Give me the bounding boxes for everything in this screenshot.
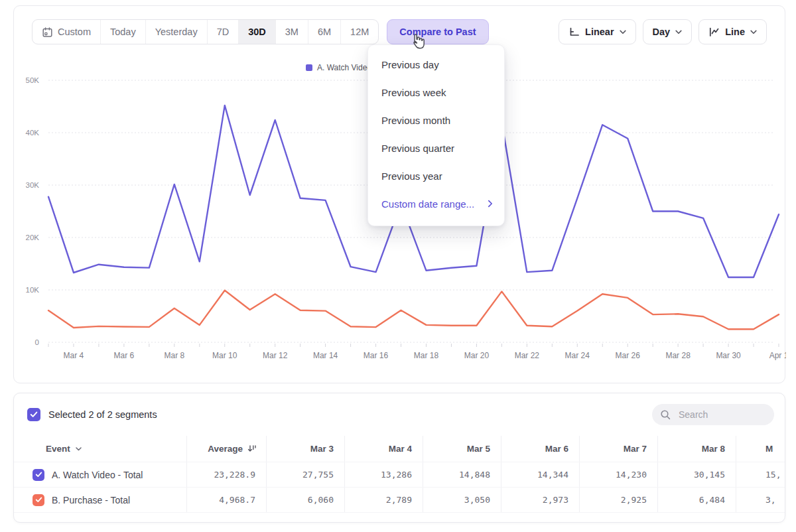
scale-dropdown-button[interactable]: Linear bbox=[559, 19, 636, 44]
svg-text:0: 0 bbox=[35, 338, 39, 346]
select-all-checkbox[interactable] bbox=[27, 408, 40, 421]
line-chart-icon bbox=[708, 27, 720, 37]
range-button-label: 12M bbox=[350, 27, 369, 37]
svg-text:Mar 22: Mar 22 bbox=[515, 351, 540, 360]
menu-item-custom-date-range[interactable]: Custom date range... bbox=[368, 190, 504, 218]
chevron-down-icon bbox=[620, 30, 626, 34]
menu-item-label: Custom date range... bbox=[381, 198, 474, 210]
menu-item-previous-month[interactable]: Previous month bbox=[368, 107, 504, 135]
range-button-3m[interactable]: 3M bbox=[276, 20, 308, 44]
column-header-label: Event bbox=[46, 444, 70, 454]
range-button-label: 3M bbox=[285, 27, 298, 37]
compare-dropdown-menu: Previous dayPrevious weekPrevious monthP… bbox=[367, 44, 505, 226]
column-header-label: Average bbox=[208, 444, 243, 454]
sort-descending-icon bbox=[247, 444, 257, 453]
range-button-6m[interactable]: 6M bbox=[308, 20, 341, 44]
range-button-7d[interactable]: 7D bbox=[208, 20, 239, 44]
range-button-30d[interactable]: 30D bbox=[239, 20, 276, 44]
range-button-label: Yesterday bbox=[155, 27, 198, 37]
value-cell: 15, bbox=[736, 462, 785, 487]
segment-label: B. Purchase - Total bbox=[52, 495, 130, 505]
svg-text:40K: 40K bbox=[26, 129, 40, 137]
analytics-dashboard: CustomTodayYesterday7D30D3M6M12M Compare… bbox=[0, 0, 796, 532]
menu-item-previous-week[interactable]: Previous week bbox=[368, 79, 504, 107]
value-cell: 6,484 bbox=[657, 488, 736, 512]
svg-text:10K: 10K bbox=[26, 286, 40, 294]
menu-item-label: Previous week bbox=[381, 87, 446, 98]
menu-item-label: Previous day bbox=[381, 59, 439, 70]
value-cell: 14,230 bbox=[579, 462, 657, 487]
chart-toolbar: CustomTodayYesterday7D30D3M6M12M Compare… bbox=[14, 19, 785, 44]
menu-item-previous-day[interactable]: Previous day bbox=[368, 51, 504, 79]
value-cell: 14,848 bbox=[423, 462, 501, 487]
svg-text:Mar 18: Mar 18 bbox=[414, 351, 439, 360]
range-button-label: 30D bbox=[248, 27, 266, 37]
value-cell: 3, bbox=[736, 488, 785, 512]
menu-item-previous-year[interactable]: Previous year bbox=[368, 163, 504, 190]
svg-text:Apr 1: Apr 1 bbox=[769, 351, 786, 360]
segments-header-row: Selected 2 of 2 segments bbox=[14, 393, 785, 436]
column-header-mar-4: Mar 4 bbox=[344, 436, 423, 462]
segment-label: A. Watch Video - Total bbox=[52, 470, 143, 480]
range-button-yesterday[interactable]: Yesterday bbox=[146, 20, 208, 44]
scale-dropdown-label: Linear bbox=[585, 27, 614, 37]
range-button-label: 7D bbox=[217, 27, 230, 37]
range-button-12m[interactable]: 12M bbox=[341, 20, 378, 44]
column-header-mar-5: Mar 5 bbox=[423, 436, 501, 462]
range-button-label: 6M bbox=[318, 27, 331, 37]
search-box bbox=[652, 404, 774, 425]
svg-text:Mar 20: Mar 20 bbox=[464, 351, 490, 360]
value-cell: 3,050 bbox=[423, 488, 501, 512]
linear-axis-icon bbox=[568, 27, 580, 37]
chevron-down-icon bbox=[750, 30, 757, 34]
svg-text:20K: 20K bbox=[26, 233, 40, 241]
svg-text:Mar 30: Mar 30 bbox=[716, 351, 741, 360]
svg-text:Mar 16: Mar 16 bbox=[364, 351, 389, 360]
value-cell: 2,789 bbox=[344, 488, 423, 512]
value-cell: 6,060 bbox=[266, 488, 344, 512]
segments-table: EventAverageMar 3Mar 4Mar 5Mar 6Mar 7Mar… bbox=[14, 436, 785, 513]
range-button-label: Today bbox=[110, 27, 136, 37]
column-header-mar-8: Mar 8 bbox=[657, 436, 736, 462]
calendar-icon bbox=[42, 27, 53, 38]
average-cell: 4,968.7 bbox=[186, 488, 266, 512]
value-cell: 2,973 bbox=[501, 488, 579, 512]
menu-item-previous-quarter[interactable]: Previous quarter bbox=[368, 135, 504, 163]
svg-text:Mar 4: Mar 4 bbox=[64, 351, 84, 360]
average-cell: 23,228.9 bbox=[186, 462, 266, 487]
search-icon bbox=[660, 409, 671, 421]
chevron-down-icon bbox=[675, 30, 682, 34]
svg-text:Mar 14: Mar 14 bbox=[313, 351, 338, 360]
search-input[interactable] bbox=[677, 409, 766, 421]
segments-table-card: Selected 2 of 2 segments EventAverageMar… bbox=[13, 393, 785, 523]
svg-text:Mar 8: Mar 8 bbox=[164, 351, 184, 360]
value-cell: 2,925 bbox=[579, 488, 657, 512]
svg-text:Mar 10: Mar 10 bbox=[212, 351, 237, 360]
event-cell: B. Purchase - Total bbox=[14, 488, 186, 512]
column-header-mar-3: Mar 3 bbox=[266, 436, 344, 462]
range-button-today[interactable]: Today bbox=[101, 20, 146, 44]
chart-type-dropdown-button[interactable]: Line bbox=[698, 19, 767, 44]
legend-swatch bbox=[306, 64, 312, 71]
menu-item-label: Previous quarter bbox=[381, 143, 454, 154]
selected-segments-label: Selected 2 of 2 segments bbox=[48, 409, 157, 420]
interval-dropdown-label: Day bbox=[653, 27, 671, 37]
column-header-m: M bbox=[736, 436, 785, 462]
segment-checkbox[interactable] bbox=[33, 494, 44, 506]
segment-checkbox[interactable] bbox=[33, 469, 44, 481]
range-button-label: Custom bbox=[58, 27, 91, 37]
chevron-right-icon bbox=[488, 198, 493, 210]
svg-text:30K: 30K bbox=[26, 181, 40, 189]
column-header-event[interactable]: Event bbox=[14, 436, 186, 462]
column-header-mar-7: Mar 7 bbox=[579, 436, 657, 462]
svg-text:Mar 28: Mar 28 bbox=[665, 351, 691, 360]
chart-type-dropdown-label: Line bbox=[725, 27, 745, 37]
compare-to-past-button[interactable]: Compare to Past bbox=[387, 19, 488, 44]
column-header-average[interactable]: Average bbox=[186, 436, 266, 462]
menu-item-label: Previous year bbox=[381, 170, 442, 182]
column-header-mar-6: Mar 6 bbox=[501, 436, 579, 462]
interval-dropdown-button[interactable]: Day bbox=[643, 19, 693, 44]
range-button-custom[interactable]: Custom bbox=[33, 20, 101, 44]
value-cell: 27,755 bbox=[266, 462, 344, 487]
value-cell: 14,344 bbox=[501, 462, 579, 487]
